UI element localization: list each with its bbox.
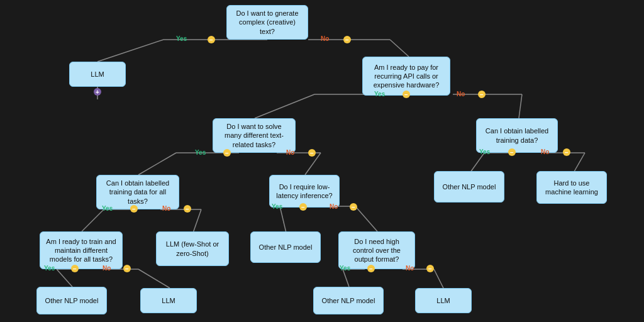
root-yes-dot: −	[208, 36, 215, 43]
lat-yes-label: Yes	[272, 203, 282, 210]
root-question: Do I want to gnerate complex (creative) …	[226, 5, 308, 40]
canlabel-yes-dot: −	[130, 205, 138, 213]
svg-line-18	[82, 209, 104, 231]
obtain-no-dot: −	[563, 148, 570, 156]
other-nlp-1-node: Other NLP model	[434, 171, 504, 203]
llm-plus-dot: +	[94, 88, 101, 96]
llm-few-node: LLM (few-Shot or zero-Shot)	[156, 231, 229, 266]
many-yes-dot: −	[223, 149, 231, 157]
svg-line-30	[343, 269, 349, 287]
pay-api-node: Am I ready to pay for recurring API call…	[362, 57, 450, 96]
svg-line-20	[193, 209, 201, 233]
hard-ml-node: Hard to use machine learning	[536, 171, 607, 204]
other-nlp-2-node: Other NLP model	[250, 231, 321, 263]
many-no-dot: −	[308, 149, 316, 157]
pay-yes-label: Yes	[374, 91, 385, 97]
root-no-label: No	[321, 35, 329, 42]
many-tasks-node: Do I want to solve many different text-r…	[213, 118, 296, 153]
canlabel-no-dot: −	[184, 205, 191, 213]
connector-lines	[0, 0, 644, 322]
svg-line-24	[355, 206, 377, 231]
root-no-dot: −	[343, 36, 351, 43]
obtain-yes-label: Yes	[479, 148, 490, 155]
svg-line-26	[57, 269, 72, 287]
many-yes-label: Yes	[195, 149, 206, 156]
llm-bottom-node: LLM	[140, 288, 197, 313]
svg-line-28	[138, 269, 170, 288]
other-nlp-3-node: Other NLP model	[36, 287, 107, 314]
svg-line-8	[519, 94, 522, 118]
ready-train-node: Am I ready to train and maintain differe…	[40, 231, 123, 269]
svg-line-6	[255, 94, 314, 118]
ready-yes-label: Yes	[44, 265, 55, 272]
high-control-node: Do I need high control over the output f…	[338, 231, 415, 269]
ready-no-label: No	[103, 265, 111, 272]
svg-line-3	[390, 40, 409, 57]
llm-bottom2-node: LLM	[415, 288, 472, 313]
ready-no-dot: −	[123, 265, 131, 272]
canlabel-yes-label: Yes	[102, 205, 113, 212]
other-nlp-4-node: Other NLP model	[313, 287, 384, 314]
pay-yes-dot: −	[402, 91, 410, 98]
hctrl-no-dot: −	[426, 265, 434, 272]
ready-yes-dot: −	[71, 265, 79, 272]
svg-line-10	[138, 153, 176, 175]
canlabel-no-label: No	[162, 205, 170, 212]
svg-line-1	[97, 40, 164, 62]
lat-no-label: No	[330, 203, 338, 210]
obtain-no-label: No	[541, 148, 549, 155]
root-yes-label: Yes	[176, 35, 187, 42]
hctrl-no-label: No	[406, 265, 414, 272]
pay-no-dot: −	[478, 91, 486, 98]
hctrl-yes-label: Yes	[340, 265, 350, 272]
obtain-label-node: Can I obtain labelled training data?	[476, 118, 558, 153]
lat-yes-dot: −	[299, 203, 307, 211]
flowchart-diagram: Do I want to gnerate complex (creative) …	[0, 0, 644, 322]
svg-line-32	[434, 269, 443, 288]
hctrl-yes-dot: −	[367, 265, 375, 272]
can-label-node: Can I obtain labelled training data for …	[96, 175, 179, 209]
pay-no-label: No	[457, 91, 465, 97]
svg-line-22	[280, 206, 286, 233]
llm-top-node: LLM	[69, 62, 126, 87]
lat-no-dot: −	[350, 203, 357, 211]
many-no-label: No	[286, 149, 294, 156]
obtain-yes-dot: −	[508, 148, 516, 156]
